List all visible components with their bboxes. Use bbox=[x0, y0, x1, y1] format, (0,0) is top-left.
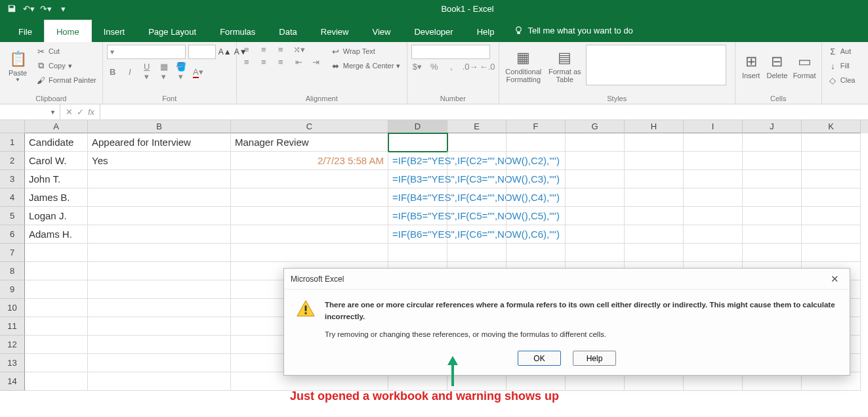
cell-F2[interactable] bbox=[506, 152, 566, 170]
cell-B2[interactable]: Yes bbox=[88, 152, 231, 170]
cell-K6[interactable] bbox=[802, 225, 861, 244]
cell-H5[interactable] bbox=[625, 207, 684, 225]
italic-button[interactable]: I bbox=[124, 67, 136, 77]
cell-A3[interactable]: John T. bbox=[25, 170, 88, 188]
formula-bar-input[interactable] bbox=[100, 104, 868, 120]
cell-E2[interactable] bbox=[447, 152, 506, 170]
insert-cells-button[interactable]: ⊞Insert bbox=[739, 45, 763, 88]
row-header-9[interactable]: 9 bbox=[0, 280, 25, 299]
comma-icon[interactable]: , bbox=[445, 62, 457, 72]
cell-B14[interactable] bbox=[88, 372, 231, 391]
cell-J2[interactable] bbox=[743, 152, 802, 170]
font-name-combo[interactable]: ▾ bbox=[107, 45, 186, 59]
cell-D5[interactable]: =IF(B5="YES",IF(C5="",NOW(),C5),"") bbox=[388, 207, 447, 225]
dialog-titlebar[interactable]: Microsoft Excel ✕ bbox=[284, 269, 850, 290]
column-header-A[interactable]: A bbox=[25, 120, 88, 133]
currency-icon[interactable]: $▾ bbox=[411, 62, 423, 72]
cell-J3[interactable] bbox=[743, 170, 802, 188]
name-box[interactable]: ▼ bbox=[0, 104, 60, 120]
cell-F5[interactable] bbox=[506, 207, 566, 225]
cell-D7[interactable] bbox=[388, 244, 447, 262]
cell-F7[interactable] bbox=[506, 244, 566, 262]
fx-icon[interactable]: fx bbox=[88, 107, 94, 117]
cell-K5[interactable] bbox=[802, 207, 861, 225]
align-center-icon[interactable]: ≡ bbox=[258, 57, 270, 67]
cell-H2[interactable] bbox=[625, 152, 684, 170]
cell-E6[interactable] bbox=[447, 225, 506, 244]
tab-file[interactable]: File bbox=[7, 20, 44, 42]
cell-J4[interactable] bbox=[743, 188, 802, 207]
cell-styles-gallery[interactable] bbox=[586, 45, 726, 85]
row-header-10[interactable]: 10 bbox=[0, 299, 25, 317]
cell-E3[interactable] bbox=[447, 170, 506, 188]
cell-A6[interactable]: Adams H. bbox=[25, 225, 88, 244]
column-header-B[interactable]: B bbox=[88, 120, 231, 133]
row-header-8[interactable]: 8 bbox=[0, 262, 25, 280]
cell-J1[interactable] bbox=[743, 133, 802, 152]
number-format-combo[interactable] bbox=[411, 45, 490, 59]
cell-E5[interactable] bbox=[447, 207, 506, 225]
delete-cells-button[interactable]: ⊟Delete bbox=[766, 45, 789, 88]
cell-K3[interactable] bbox=[802, 170, 861, 188]
row-header-12[interactable]: 12 bbox=[0, 336, 25, 354]
align-left-icon[interactable]: ≡ bbox=[241, 57, 253, 67]
column-header-J[interactable]: J bbox=[743, 120, 802, 133]
tab-data[interactable]: Data bbox=[267, 20, 308, 42]
cancel-icon[interactable]: ✕ bbox=[66, 107, 73, 117]
cell-K4[interactable] bbox=[802, 188, 861, 207]
cell-G2[interactable] bbox=[566, 152, 625, 170]
cell-H1[interactable] bbox=[625, 133, 684, 152]
cell-A8[interactable] bbox=[25, 262, 88, 280]
cell-D6[interactable]: =IF(B6="YES",IF(C6="",NOW(),C6),"") bbox=[388, 225, 447, 244]
conditional-formatting-button[interactable]: ▦ Conditional Formatting bbox=[503, 45, 544, 88]
cell-K2[interactable] bbox=[802, 152, 861, 170]
cell-G3[interactable] bbox=[566, 170, 625, 188]
cell-H4[interactable] bbox=[625, 188, 684, 207]
font-color-button[interactable]: A▾ bbox=[192, 67, 204, 77]
row-header-3[interactable]: 3 bbox=[0, 170, 25, 188]
tell-me[interactable]: Tell me what you want to do bbox=[506, 19, 640, 42]
column-header-C[interactable]: C bbox=[231, 120, 388, 133]
column-header-D[interactable]: D bbox=[388, 120, 447, 133]
redo-icon[interactable]: ↷▾ bbox=[38, 1, 54, 16]
align-right-icon[interactable]: ≡ bbox=[275, 57, 287, 67]
cell-I6[interactable] bbox=[684, 225, 743, 244]
enter-icon[interactable]: ✓ bbox=[77, 107, 84, 117]
column-header-I[interactable]: I bbox=[684, 120, 743, 133]
underline-button[interactable]: U ▾ bbox=[141, 62, 153, 81]
merge-center-button[interactable]: ⬌Merge & Center ▾ bbox=[329, 59, 403, 72]
column-header-H[interactable]: H bbox=[625, 120, 684, 133]
cell-C2[interactable]: 2/7/23 5:58 AM bbox=[231, 152, 388, 170]
format-cells-button[interactable]: ▭Format bbox=[791, 45, 817, 88]
tab-help[interactable]: Help bbox=[465, 20, 506, 42]
cell-I2[interactable] bbox=[684, 152, 743, 170]
cell-B11[interactable] bbox=[88, 317, 231, 336]
cell-I1[interactable] bbox=[684, 133, 743, 152]
cell-H7[interactable] bbox=[625, 244, 684, 262]
cell-B10[interactable] bbox=[88, 299, 231, 317]
bold-button[interactable]: B bbox=[107, 67, 119, 77]
cell-F4[interactable] bbox=[506, 188, 566, 207]
font-size-combo[interactable] bbox=[188, 45, 216, 59]
increase-decimal-icon[interactable]: .0→ bbox=[463, 62, 474, 72]
cell-A5[interactable]: Logan J. bbox=[25, 207, 88, 225]
cell-C5[interactable] bbox=[231, 207, 388, 225]
cell-A13[interactable] bbox=[25, 354, 88, 372]
cell-A11[interactable] bbox=[25, 317, 88, 336]
percent-icon[interactable]: % bbox=[428, 62, 440, 72]
cell-E1[interactable] bbox=[447, 133, 506, 152]
cell-I7[interactable] bbox=[684, 244, 743, 262]
wrap-text-button[interactable]: ↩Wrap Text bbox=[329, 45, 403, 58]
column-header-G[interactable]: G bbox=[566, 120, 625, 133]
cell-B13[interactable] bbox=[88, 354, 231, 372]
decrease-decimal-icon[interactable]: ←.0 bbox=[480, 62, 491, 72]
borders-button[interactable]: ▦ ▾ bbox=[158, 62, 170, 81]
cell-A7[interactable] bbox=[25, 244, 88, 262]
tab-formulas[interactable]: Formulas bbox=[208, 20, 267, 42]
cell-E7[interactable] bbox=[447, 244, 506, 262]
tab-page-layout[interactable]: Page Layout bbox=[136, 20, 208, 42]
cell-D1[interactable] bbox=[388, 133, 447, 152]
tab-insert[interactable]: Insert bbox=[92, 20, 137, 42]
format-as-table-button[interactable]: ▤ Format as Table bbox=[547, 45, 583, 88]
paste-button[interactable]: 📋 Paste ▼ bbox=[4, 45, 31, 88]
